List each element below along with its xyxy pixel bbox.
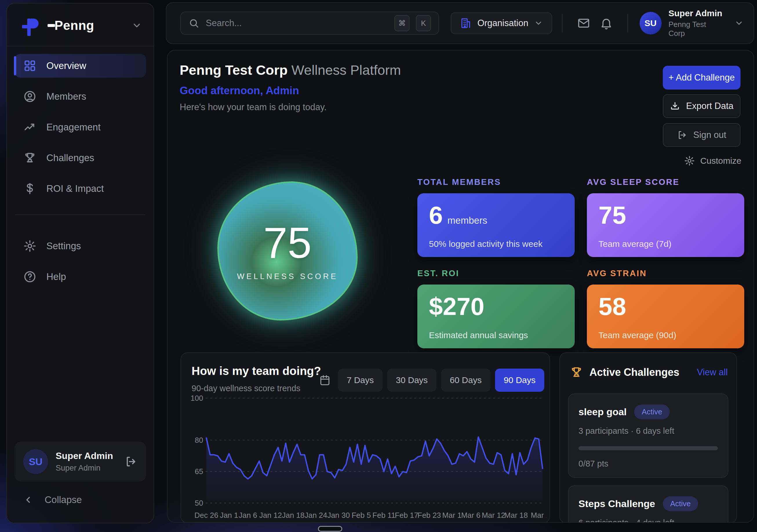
organisation-dropdown[interactable]: Organisation — [451, 12, 552, 34]
page-title: Penng Test Corp Wellness Platform — [180, 62, 401, 78]
customize-button[interactable]: Customize — [643, 155, 742, 166]
bell-icon[interactable] — [595, 16, 618, 30]
search-input[interactable] — [206, 18, 388, 28]
topbar: ⌘ K Organisation SU Super Admin Penng Te… — [166, 2, 754, 44]
svg-text:Mar 12: Mar 12 — [482, 511, 505, 519]
stat-est-roi: EST. ROI$270Estimated annual savings — [417, 269, 575, 348]
brand-dash — [47, 24, 55, 27]
gear-icon — [684, 155, 695, 166]
challenge-card-steps-challenge[interactable]: Steps ChallengeActive6 participants · 4 … — [568, 485, 728, 523]
mail-icon[interactable] — [572, 16, 595, 30]
svg-text:Mar 18: Mar 18 — [504, 511, 528, 519]
challenge-name: Steps Challenge — [579, 498, 655, 509]
greeting: Good afternoon, Admin — [180, 85, 299, 97]
sidebar-item-help[interactable]: Help — [15, 265, 146, 289]
range-button-90-days[interactable]: 90 Days — [495, 369, 544, 392]
organisation-label: Organisation — [477, 18, 528, 28]
sidebar-item-challenges[interactable]: Challenges — [15, 146, 146, 170]
stat-card: 6members50% logged activity this week — [417, 193, 575, 257]
svg-text:65: 65 — [195, 467, 203, 476]
main-content: Penng Test Corp Wellness Platform Good a… — [167, 50, 754, 523]
range-button-30-days[interactable]: 30 Days — [387, 369, 437, 392]
topbar-divider — [562, 14, 562, 32]
logout-icon[interactable] — [125, 455, 137, 468]
user-name: Super Admin — [56, 451, 113, 461]
svg-text:Mar 6: Mar 6 — [461, 511, 480, 519]
svg-text:Feb 23: Feb 23 — [418, 511, 441, 519]
stat-avg-strain: AVG STRAIN58Team average (90d) — [587, 269, 744, 348]
collapse-button[interactable]: Collapse — [7, 482, 154, 523]
user-icon — [23, 90, 37, 103]
challenges-title: Active Challenges — [590, 366, 679, 378]
topbar-user-menu[interactable]: SU Super Admin Penng Test Corp — [640, 8, 744, 38]
stat-total-members: TOTAL MEMBERS6members50% logged activity… — [417, 177, 575, 257]
dollar-icon — [23, 182, 37, 195]
chevron-down-icon[interactable] — [132, 20, 142, 31]
user-org: Penng Test Corp — [669, 20, 723, 38]
sign-out-button[interactable]: Sign out — [663, 123, 741, 147]
sidebar-item-engagement[interactable]: Engagement — [15, 115, 146, 139]
sidebar-item-overview[interactable]: Overview — [15, 54, 146, 78]
stat-caption: Team average (90d) — [598, 330, 676, 340]
stat-label: TOTAL MEMBERS — [417, 177, 575, 187]
search-icon — [188, 18, 199, 29]
trophy-icon — [570, 366, 583, 379]
progress-bar — [579, 446, 718, 450]
svg-text:Jan 1: Jan 1 — [220, 511, 238, 519]
brand-row[interactable]: Penng — [7, 4, 154, 46]
stat-value: 6members — [429, 202, 563, 228]
sidebar-item-label: Challenges — [46, 152, 94, 163]
svg-text:Jan 18: Jan 18 — [282, 511, 305, 519]
sidebar-item-settings[interactable]: Settings — [15, 234, 146, 258]
chart-subtitle: 90-day wellness score trends — [192, 384, 301, 393]
stat-label: AVG STRAIN — [587, 269, 744, 278]
sidebar-item-members[interactable]: Members — [15, 85, 146, 108]
brand-name: Penng — [47, 18, 94, 33]
sidebar-user-card[interactable]: SU Super Admin Super Admin — [15, 442, 146, 482]
penng-logo-icon — [20, 15, 41, 36]
trophy-icon — [23, 151, 37, 164]
active-challenges-card: Active Challenges View all sleep goalAct… — [560, 352, 737, 523]
svg-text:Dec 26: Dec 26 — [195, 511, 218, 519]
stat-caption: Team average (7d) — [598, 239, 672, 249]
wellness-score-label: WELLNESS SCORE — [237, 272, 338, 281]
stat-caption: 50% logged activity this week — [429, 239, 543, 249]
add-challenge-button[interactable]: + Add Challenge — [663, 66, 741, 90]
k-key-badge: K — [416, 15, 431, 31]
sidebar-item-roi-impact[interactable]: ROI & Impact — [15, 177, 146, 200]
view-all-link[interactable]: View all — [697, 367, 728, 377]
topbar-divider — [627, 14, 628, 32]
challenge-meta: 6 participants · 4 days left — [579, 518, 718, 523]
dashboard-icon — [23, 59, 37, 73]
stat-value: 75 — [598, 202, 733, 228]
svg-text:Jan 6: Jan 6 — [239, 511, 257, 519]
export-data-button[interactable]: Export Data — [663, 94, 741, 118]
range-button-7-days[interactable]: 7 Days — [338, 369, 382, 392]
home-indicator[interactable] — [318, 526, 342, 532]
user-role: Super Admin — [56, 464, 113, 473]
stat-card: 75Team average (7d) — [587, 193, 744, 257]
avatar: SU — [640, 12, 662, 35]
sidebar-item-label: Settings — [46, 241, 81, 251]
challenge-card-sleep-goal[interactable]: sleep goalActive3 participants · 6 days … — [568, 394, 728, 478]
calendar-icon — [319, 374, 331, 386]
svg-text:100: 100 — [191, 394, 203, 402]
collapse-label: Collapse — [45, 494, 82, 505]
stat-suffix: members — [447, 216, 488, 226]
svg-text:Jan 30: Jan 30 — [327, 511, 350, 519]
challenge-name: sleep goal — [579, 406, 626, 418]
sidebar-item-label: Help — [46, 271, 66, 282]
stat-label: AVG SLEEP SCORE — [587, 177, 744, 187]
wellness-score-blob: 75 WELLNESS SCORE — [217, 181, 358, 320]
sidebar-item-label: Members — [46, 91, 86, 102]
download-icon — [670, 101, 680, 111]
svg-text:Mar 1: Mar 1 — [442, 511, 461, 519]
search-box[interactable]: ⌘ K — [180, 12, 439, 35]
logout-icon — [677, 130, 687, 140]
wellness-score-value: 75 — [263, 221, 312, 265]
avatar: SU — [23, 449, 48, 474]
team-trend-card: How is my team doing? 90-day wellness sc… — [181, 352, 550, 523]
chevron-down-icon — [534, 19, 543, 28]
sidebar-item-label: Engagement — [46, 122, 101, 133]
range-button-60-days[interactable]: 60 Days — [441, 369, 490, 392]
